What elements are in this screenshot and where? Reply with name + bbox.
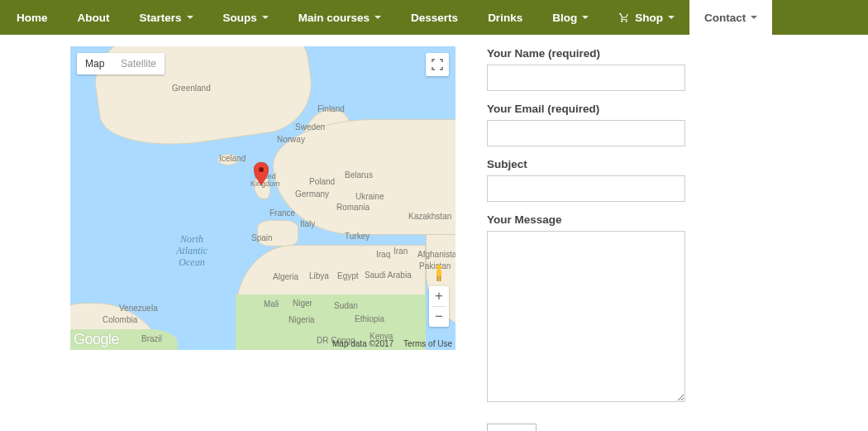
chevron-down-icon <box>187 16 193 19</box>
map-label: Afghanistan <box>417 250 455 259</box>
svg-rect-4 <box>440 276 441 281</box>
map-label: Mali <box>264 299 279 309</box>
map-label: Ethiopia <box>355 314 384 323</box>
map-type-map-button[interactable]: Map <box>77 53 112 74</box>
nav-label: Main courses <box>298 12 370 24</box>
chevron-down-icon <box>582 16 589 19</box>
nav-label: Home <box>17 12 48 24</box>
map-zoom-controls: + − <box>429 263 449 327</box>
nav-contact[interactable]: Contact <box>689 0 772 35</box>
nav-label: Starters <box>140 12 182 24</box>
map-fullscreen-button[interactable] <box>426 53 449 76</box>
email-label: Your Email (required) <box>487 103 702 115</box>
map-label: Romania <box>336 203 370 212</box>
map-label: Poland <box>309 177 335 186</box>
map-label: Venezuela <box>119 304 158 313</box>
map-footer: Map data ©2017 Terms of Use <box>329 338 455 350</box>
map-attribution: Map data ©2017 <box>332 339 393 348</box>
nav-label: Shop <box>635 12 663 24</box>
map-label: France <box>269 208 295 218</box>
nav-soups[interactable]: Soups <box>208 0 284 35</box>
chevron-down-icon <box>374 16 381 19</box>
nav-label: Contact <box>704 12 746 24</box>
chevron-down-icon <box>668 16 675 19</box>
nav-main-courses[interactable]: Main courses <box>284 0 396 35</box>
nav-drinks[interactable]: Drinks <box>473 0 537 35</box>
nav-label: Blog <box>552 12 577 24</box>
svg-rect-3 <box>437 276 439 281</box>
map-label: Libya <box>309 271 329 280</box>
chevron-down-icon <box>751 16 757 19</box>
nav-label: About <box>78 12 110 24</box>
map-label: Spain <box>251 233 273 242</box>
main-navbar: Home About Starters Soups Main courses D… <box>0 0 868 35</box>
map-type-satellite-button[interactable]: Satellite <box>112 53 165 74</box>
map-label: Germany <box>295 189 329 199</box>
map-label: Iraq <box>376 250 390 259</box>
map-label: Finland <box>317 104 345 113</box>
map-label: Greenland <box>172 84 211 93</box>
ocean-label: NorthAtlanticOcean <box>176 233 207 268</box>
name-label: Your Name (required) <box>487 47 702 60</box>
subject-field[interactable] <box>487 175 685 202</box>
svg-rect-2 <box>436 270 441 277</box>
svg-point-1 <box>436 265 441 270</box>
email-field[interactable] <box>487 120 685 146</box>
google-logo: Google <box>74 331 119 348</box>
map-label: Brazil <box>141 334 162 343</box>
nav-shop[interactable]: Shop <box>603 0 689 35</box>
map-label: Kazakhstan <box>408 212 451 221</box>
nav-label: Drinks <box>488 12 522 24</box>
map-label: Belarus <box>345 170 373 180</box>
map-label: Egypt <box>337 271 359 280</box>
name-field[interactable] <box>487 65 685 91</box>
map-widget[interactable]: NorthAtlanticOcean Greenland Iceland Nor… <box>70 46 455 350</box>
message-field[interactable] <box>487 231 685 402</box>
map-label: Colombia <box>103 315 137 324</box>
map-label: Ukraine <box>355 192 384 201</box>
map-label: Turkey <box>345 232 370 241</box>
map-type-controls: Map Satellite <box>77 53 165 74</box>
chevron-down-icon <box>262 16 269 19</box>
nav-starters[interactable]: Starters <box>125 0 208 35</box>
zoom-out-button[interactable]: − <box>429 307 449 327</box>
nav-label: Soups <box>223 12 257 24</box>
nav-blog[interactable]: Blog <box>537 0 603 35</box>
map-label: Saudi Arabia <box>365 271 412 280</box>
nav-label: Desserts <box>411 12 458 24</box>
contact-form: Your Name (required) Your Email (require… <box>487 46 702 431</box>
nav-about[interactable]: About <box>63 0 125 35</box>
map-label: Norway <box>277 135 305 144</box>
map-label: Sweden <box>295 122 325 132</box>
zoom-in-button[interactable]: + <box>429 286 449 306</box>
send-button[interactable]: Send <box>487 424 537 431</box>
svg-point-0 <box>259 167 264 172</box>
cart-icon <box>618 12 630 23</box>
message-label: Your Message <box>487 213 702 226</box>
map-label: Nigeria <box>289 315 315 324</box>
map-label: Niger <box>293 299 312 308</box>
nav-desserts[interactable]: Desserts <box>396 0 473 35</box>
map-label: Iran <box>393 247 408 256</box>
pegman-icon[interactable] <box>429 263 449 283</box>
map-label: Iceland <box>219 154 246 163</box>
nav-home[interactable]: Home <box>2 0 63 35</box>
map-marker-icon[interactable] <box>254 162 269 185</box>
subject-label: Subject <box>487 158 702 170</box>
map-label: Sudan <box>334 301 358 310</box>
map-terms-link[interactable]: Terms of Use <box>403 339 452 348</box>
map-label: Algeria <box>273 272 298 281</box>
map-label: Italy <box>300 219 315 228</box>
